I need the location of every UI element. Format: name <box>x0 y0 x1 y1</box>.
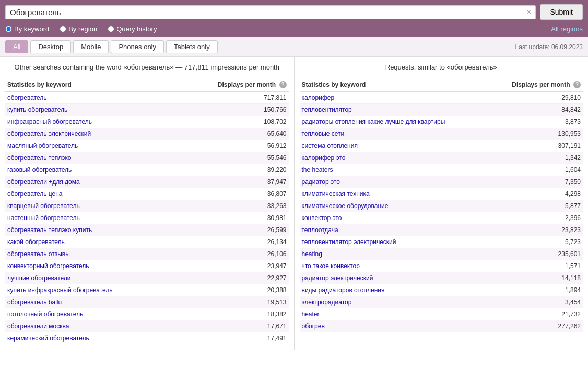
left-col-keyword: Statistics by keyword <box>5 79 175 92</box>
keyword-cell: калорифер <box>300 92 489 104</box>
keyword-link[interactable]: какой обогреватель <box>7 238 65 246</box>
tab-all[interactable]: All <box>5 40 28 53</box>
displays-cell: 56,912 <box>175 140 289 152</box>
keyword-link[interactable]: the heaters <box>302 166 333 174</box>
displays-cell: 4,298 <box>489 188 583 200</box>
keyword-link[interactable]: heating <box>302 250 322 258</box>
tab-phones-only[interactable]: Phones only <box>111 40 164 53</box>
keyword-cell: обогреватель ballu <box>5 296 175 308</box>
keyword-link[interactable]: обогреватель теплэко <box>7 154 72 162</box>
displays-cell: 39,220 <box>175 164 289 176</box>
keyword-link[interactable]: тепловентилятор <box>302 106 352 113</box>
tab-desktop[interactable]: Desktop <box>30 40 71 53</box>
keyword-link[interactable]: настенный обогреватель <box>7 214 80 222</box>
keyword-cell: что такое конвектор <box>300 260 489 272</box>
keyword-link[interactable]: потолочный обогреватель <box>7 310 83 318</box>
table-row: heating 235,601 <box>300 248 583 260</box>
last-update: Last update: 06.09.2023 <box>515 43 583 51</box>
submit-button[interactable]: Submit <box>540 4 583 20</box>
keyword-link[interactable]: газовый обогреватель <box>7 166 72 174</box>
tab-tablets-only[interactable]: Tablets only <box>166 40 218 53</box>
displays-cell: 5,723 <box>489 236 583 248</box>
keyword-link[interactable]: обогрев <box>302 323 325 330</box>
left-col-displays: Displays per month ? <box>175 79 289 92</box>
keyword-link[interactable]: купить инфракрасный обогреватель <box>7 286 113 294</box>
keyword-link[interactable]: обогреватель цена <box>7 190 63 198</box>
keyword-cell: обогреватель теплэко купить <box>5 224 175 236</box>
keyword-cell: обогреватель электрический <box>5 128 175 140</box>
keyword-link[interactable]: обогреватели +для дома <box>7 178 80 186</box>
keyword-link[interactable]: купить обогреватель <box>7 106 67 113</box>
radio-by-region[interactable]: By region <box>60 25 97 33</box>
keyword-link[interactable]: конвектор это <box>302 214 342 222</box>
right-panel-title: Requests, similar to «обогреватель» <box>300 62 583 73</box>
right-displays-info-icon[interactable]: ? <box>573 81 581 88</box>
keyword-link[interactable]: кварцевый обогреватель <box>7 202 80 210</box>
table-row: газовый обогреватель 39,220 <box>5 164 289 176</box>
keyword-link[interactable]: тепловые сети <box>302 130 345 137</box>
keyword-link[interactable]: калорифер это <box>302 154 346 162</box>
displays-cell: 3,454 <box>489 296 583 308</box>
table-row: лучшие обогреватели 22,927 <box>5 272 289 284</box>
keyword-link[interactable]: лучшие обогреватели <box>7 274 71 282</box>
keyword-cell: виды радиаторов отопления <box>300 284 489 296</box>
keyword-cell: газовый обогреватель <box>5 164 175 176</box>
keyword-link[interactable]: обогреватели москва <box>7 323 69 330</box>
displays-cell: 150,766 <box>175 104 289 116</box>
all-regions-link[interactable]: All regions <box>551 25 583 33</box>
keyword-link[interactable]: климатическая техника <box>302 190 370 198</box>
search-input[interactable] <box>10 8 526 17</box>
table-row: кварцевый обогреватель 33,263 <box>5 200 289 212</box>
displays-cell: 108,702 <box>175 116 289 128</box>
table-row: радиаторы отопления какие лучше для квар… <box>300 116 583 128</box>
keyword-link[interactable]: климатическое оборудование <box>302 202 389 210</box>
keyword-cell: обогреватель цена <box>5 188 175 200</box>
keyword-link[interactable]: теплоотдача <box>302 226 338 234</box>
right-panel: Requests, similar to «обогреватель» Stat… <box>295 57 589 350</box>
displays-cell: 84,842 <box>489 104 583 116</box>
keyword-link[interactable]: радиаторы отопления какие лучше для квар… <box>302 118 445 125</box>
keyword-link[interactable]: обогреватель отзывы <box>7 250 70 258</box>
search-bar: × Submit <box>0 0 588 24</box>
search-input-wrap: × <box>5 5 536 19</box>
keyword-link[interactable]: радиатор это <box>302 178 340 186</box>
keyword-link[interactable]: виды радиаторов отопления <box>302 286 385 294</box>
clear-button[interactable]: × <box>526 8 531 16</box>
displays-cell: 1,571 <box>489 260 583 272</box>
left-stats-table: Statistics by keyword Displays per month… <box>5 79 289 345</box>
keyword-link[interactable]: обогреватель электрический <box>7 130 91 137</box>
radio-by-keyword[interactable]: By keyword <box>5 25 49 33</box>
keyword-link[interactable]: обогреватель теплэко купить <box>7 226 92 234</box>
radio-row: By keyword By region Query history All r… <box>0 24 588 37</box>
keyword-link[interactable]: heater <box>302 310 320 318</box>
displays-cell: 26,599 <box>175 224 289 236</box>
keyword-link[interactable]: калорифер <box>302 94 335 101</box>
displays-info-icon[interactable]: ? <box>279 81 287 88</box>
keyword-link[interactable]: масляный обогреватель <box>7 142 78 150</box>
keyword-link[interactable]: система отопления <box>302 142 358 150</box>
keyword-cell: лучшие обогреватели <box>5 272 175 284</box>
keyword-link[interactable]: электрорадиатор <box>302 298 352 306</box>
table-row: что такое конвектор 1,571 <box>300 260 583 272</box>
keyword-link[interactable]: что такое конвектор <box>302 262 360 270</box>
keyword-cell: обогреватель <box>5 92 175 104</box>
keyword-cell: купить обогреватель <box>5 104 175 116</box>
keyword-link[interactable]: конвекторный обогреватель <box>7 262 89 270</box>
keyword-link[interactable]: тепловентилятор электрический <box>302 238 396 246</box>
keyword-link[interactable]: инфракрасный обогреватель <box>7 118 92 125</box>
keyword-cell: радиатор электрический <box>300 272 489 284</box>
tab-mobile[interactable]: Mobile <box>73 40 109 53</box>
radio-query-history[interactable]: Query history <box>108 25 157 33</box>
displays-cell: 19,513 <box>175 296 289 308</box>
keyword-cell: климатическая техника <box>300 188 489 200</box>
keyword-link[interactable]: обогреватель <box>7 94 47 101</box>
displays-cell: 26,134 <box>175 236 289 248</box>
keyword-link[interactable]: обогреватель ballu <box>7 298 62 306</box>
table-row: тепловые сети 130,953 <box>300 128 583 140</box>
keyword-link[interactable]: керамический обогреватель <box>7 335 89 342</box>
displays-cell: 33,263 <box>175 200 289 212</box>
keyword-cell: обогреватели москва <box>5 320 175 332</box>
displays-cell: 717,811 <box>175 92 289 104</box>
keyword-cell: обогреватель отзывы <box>5 248 175 260</box>
keyword-link[interactable]: радиатор электрический <box>302 274 373 282</box>
